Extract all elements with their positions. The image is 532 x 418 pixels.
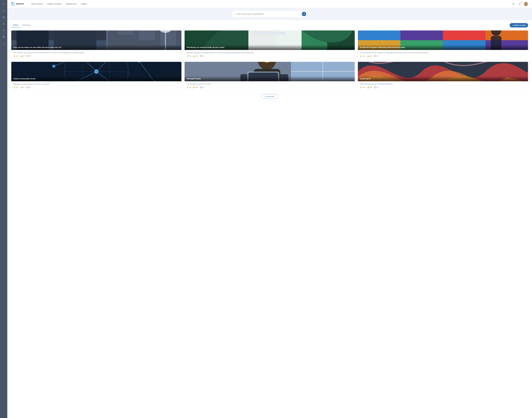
stat-views-2: 💡 98 bbox=[187, 55, 191, 57]
nav-working-here[interactable]: Working Here ▾ bbox=[64, 2, 79, 6]
svg-rect-10 bbox=[12, 4, 13, 6]
card-description-1: Let's make our new space the best enviro… bbox=[13, 52, 179, 54]
search-button[interactable] bbox=[511, 2, 515, 6]
card-description-4: Engaging our whole global community in d… bbox=[13, 83, 179, 85]
sidebar: W sf if bbox=[0, 0, 7, 418]
svg-rect-8 bbox=[12, 2, 13, 4]
tab-active[interactable]: Active bbox=[11, 23, 20, 27]
search-submit-button[interactable] bbox=[302, 12, 306, 16]
submit-idea-button[interactable]: + Submit an idea bbox=[510, 23, 528, 27]
stat-likes-2[interactable]: 👍 203 bbox=[193, 55, 198, 57]
stat-comments-4[interactable]: 💬 23 bbox=[27, 86, 31, 88]
sidebar-icon-plus[interactable] bbox=[1, 22, 6, 26]
idea-card[interactable]: Prioritizing our mental health all year … bbox=[184, 30, 355, 59]
card-title-overlay-3: Accelerate Program: Nurturing talent bus… bbox=[358, 45, 528, 50]
stat-comments-3[interactable]: 💬 54 bbox=[374, 55, 378, 57]
views-icon: 💡 bbox=[187, 55, 189, 57]
nav-people-products[interactable]: People & Products ▾ bbox=[46, 2, 64, 6]
tab-upcoming[interactable]: Upcoming bbox=[20, 23, 32, 27]
views-icon: 💡 bbox=[360, 86, 362, 88]
notification-badge bbox=[520, 2, 521, 3]
search-bar-container bbox=[232, 11, 307, 17]
idea-card[interactable]: How can we make our new office the best … bbox=[11, 30, 182, 59]
card-body-4: Engaging our whole global community in d… bbox=[11, 81, 181, 90]
stat-views-1: 💡 127 bbox=[13, 55, 18, 57]
stat-likes-5[interactable]: 👍 203 bbox=[193, 86, 198, 88]
nav-menu: News & Events ▾ People & Products ▾ Work… bbox=[30, 2, 508, 6]
search-section bbox=[7, 8, 532, 20]
sidebar-icon-w[interactable]: W bbox=[1, 2, 6, 6]
nav-news-events[interactable]: News & Events ▾ bbox=[30, 2, 45, 6]
card-stats-4: 💡 127 👍 37 💬 23 bbox=[13, 86, 179, 88]
views-icon: 💡 bbox=[13, 86, 15, 88]
idea-card[interactable]: Accelerate Program: Nurturing talent bus… bbox=[358, 30, 528, 59]
card-title-overlay-2: Prioritizing our mental health all year … bbox=[185, 45, 355, 50]
sidebar-icon-cross[interactable] bbox=[1, 28, 6, 33]
chevron-down-icon: ▾ bbox=[62, 3, 62, 4]
stat-comments-1[interactable]: 💬 23 bbox=[27, 55, 31, 57]
svg-rect-28 bbox=[118, 31, 133, 35]
sidebar-icon-if[interactable]: if bbox=[1, 41, 6, 46]
stat-likes-6[interactable]: 👍 235 bbox=[367, 86, 372, 88]
card-body-6: Maximizing the potential of artificial i… bbox=[358, 81, 528, 90]
chevron-down-icon: ▾ bbox=[87, 3, 88, 4]
svg-point-18 bbox=[525, 4, 527, 6]
likes-icon: 👍 bbox=[193, 55, 195, 57]
idea-card[interactable]: Global Community Forum Engaging our whol… bbox=[11, 62, 182, 90]
views-icon: 💡 bbox=[13, 55, 15, 57]
card-body-1: Let's make our new space the best enviro… bbox=[11, 50, 181, 59]
card-stats-3: 💡 101 👍 240 💬 54 bbox=[360, 55, 526, 57]
card-body-5: Get your ideas in front of our CEO! 💡 98… bbox=[185, 81, 355, 90]
notifications-button[interactable] bbox=[517, 2, 522, 6]
stat-views-4: 💡 127 bbox=[13, 86, 18, 88]
idea-card[interactable]: Exploring AI Maximizing the potential of… bbox=[358, 62, 528, 90]
idea-card[interactable]: #StraightToSally Get your ideas in front… bbox=[184, 62, 355, 90]
logo-area[interactable]: interact bbox=[11, 2, 24, 6]
stat-comments-5[interactable]: 💬 75 bbox=[200, 86, 204, 88]
view-more-button[interactable]: ▾ View more bbox=[261, 94, 278, 99]
cards-grid: How can we make our new office the best … bbox=[11, 30, 528, 90]
views-icon: 💡 bbox=[360, 55, 362, 57]
card-title-overlay-6: Exploring AI bbox=[358, 76, 528, 81]
svg-point-0 bbox=[3, 16, 4, 18]
likes-icon: 👍 bbox=[20, 55, 23, 57]
svg-rect-11 bbox=[13, 4, 15, 6]
brand-name: interact bbox=[16, 2, 24, 5]
views-icon: 💡 bbox=[187, 86, 189, 88]
comments-icon: 💬 bbox=[200, 86, 202, 88]
stat-likes-4[interactable]: 👍 37 bbox=[20, 86, 25, 88]
comments-icon: 💬 bbox=[27, 55, 29, 57]
stat-comments-6[interactable]: 💬 70 bbox=[374, 86, 378, 88]
card-title-overlay-1: How can we make our new office the best … bbox=[11, 45, 181, 50]
tabs-row: Active Upcoming + Submit an idea bbox=[11, 23, 528, 27]
card-stats-1: 💡 127 👍 37 💬 23 bbox=[13, 55, 179, 57]
svg-rect-29 bbox=[139, 31, 155, 40]
card-stats-5: 💡 98 👍 203 💬 75 bbox=[187, 86, 353, 88]
comments-icon: 💬 bbox=[374, 86, 376, 88]
card-image-5: #StraightToSally bbox=[185, 62, 355, 81]
card-image-1: How can we make our new office the best … bbox=[11, 31, 181, 50]
card-image-6: Exploring AI bbox=[358, 62, 528, 81]
stat-likes-1[interactable]: 👍 37 bbox=[20, 55, 25, 57]
card-description-3: Let's accelerate! Join our program to he… bbox=[360, 52, 526, 54]
svg-rect-41 bbox=[254, 32, 286, 35]
content-area: Active Upcoming + Submit an idea bbox=[7, 20, 532, 418]
stat-comments-2[interactable]: 💬 75 bbox=[200, 55, 204, 57]
logo-icon bbox=[11, 2, 15, 6]
user-avatar[interactable] bbox=[524, 2, 528, 6]
svg-point-17 bbox=[525, 3, 527, 4]
chevron-down-icon: ▾ bbox=[265, 95, 266, 97]
chevron-down-icon: ▾ bbox=[77, 3, 77, 4]
likes-icon: 👍 bbox=[193, 86, 195, 88]
stat-likes-3[interactable]: 👍 240 bbox=[367, 55, 372, 57]
sidebar-icon-xcircle[interactable] bbox=[1, 35, 6, 39]
svg-rect-49 bbox=[443, 31, 485, 40]
sidebar-icon-sf[interactable]: sf bbox=[1, 9, 6, 13]
idea-tabs: Active Upcoming bbox=[11, 23, 32, 27]
sidebar-icon-circle[interactable] bbox=[1, 15, 6, 19]
card-image-2: Prioritizing our mental health all year … bbox=[185, 31, 355, 50]
card-stats-2: 💡 98 👍 203 💬 75 bbox=[187, 55, 353, 57]
search-input[interactable] bbox=[237, 13, 301, 15]
nav-toolbox[interactable]: Toolbox ▾ bbox=[79, 2, 89, 6]
search-bar-icon bbox=[234, 13, 236, 15]
